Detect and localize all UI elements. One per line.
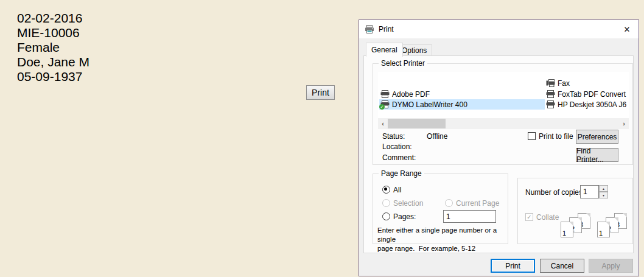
- printer-icon: [546, 100, 555, 108]
- printer-name: DYMO LabelWriter 400: [392, 100, 467, 109]
- radio-pages-label: Pages:: [393, 212, 416, 221]
- copies-input[interactable]: [580, 185, 599, 198]
- copies-group: Number of copies: ▲ ▼ ✓ Collate 3 2 1 3 …: [517, 178, 633, 244]
- radio-current-page: [445, 199, 453, 207]
- collate-page-number: 1: [562, 230, 566, 237]
- page-range-group: Page Range All Selection Current Page Pa…: [373, 174, 508, 244]
- printer-item-adobe-pdf[interactable]: Adobe PDF: [379, 89, 545, 99]
- spin-up-icon[interactable]: ▲: [599, 185, 608, 192]
- print-to-file-checkbox[interactable]: [528, 132, 536, 140]
- dialog-apply-button: Apply: [589, 259, 633, 273]
- printer-list: Fax Adobe PDF: [378, 72, 629, 129]
- collate-page-number: 1: [599, 230, 603, 237]
- comment-label: Comment:: [382, 153, 416, 162]
- location-label: Location:: [382, 142, 412, 151]
- radio-all-label: All: [393, 186, 401, 194]
- printer-name: Fax: [558, 79, 570, 88]
- collate-label: Collate: [536, 213, 559, 222]
- print-to-file-label: Print to file: [539, 132, 573, 141]
- printer-list-hscrollbar[interactable]: ‹ ›: [378, 118, 629, 129]
- close-icon[interactable]: ✕: [622, 24, 632, 34]
- patient-dob: 05-09-1937: [17, 69, 89, 84]
- patient-info-block: 02-02-2016 MIE-10006 Female Doe, Jane M …: [17, 11, 89, 84]
- scrollbar-thumb[interactable]: [388, 119, 446, 128]
- select-printer-legend: Select Printer: [379, 59, 427, 68]
- printer-item-fax[interactable]: Fax: [545, 78, 629, 88]
- page-range-hint: Enter either a single page number or a s…: [377, 226, 509, 253]
- spin-down-icon[interactable]: ▼: [599, 192, 608, 198]
- find-printer-button[interactable]: Find Printer...: [576, 148, 618, 162]
- radio-pages[interactable]: [382, 212, 390, 220]
- fax-icon: [546, 79, 555, 87]
- printer-icon: [380, 90, 390, 98]
- page-range-legend: Page Range: [379, 169, 424, 178]
- number-of-copies-label: Number of copies:: [525, 188, 584, 197]
- printer-icon: [546, 90, 555, 98]
- default-printer-badge-icon: ✓: [379, 104, 385, 110]
- copies-spinner: ▲ ▼: [580, 185, 608, 198]
- page-print-button[interactable]: Print: [306, 85, 335, 100]
- tab-page-general: Select Printer Fax: [363, 55, 634, 253]
- dialog-cancel-button[interactable]: Cancel: [540, 259, 584, 273]
- pages-input[interactable]: [443, 210, 496, 223]
- printer-name: HP Deskjet 3050A J6: [558, 100, 626, 109]
- printer-name: FoxTab PDF Convert: [558, 90, 626, 99]
- collate-icon: 3 2 1: [597, 213, 629, 239]
- printer-icon: [365, 24, 374, 34]
- tab-general[interactable]: General: [366, 43, 403, 57]
- radio-selection: [382, 199, 390, 207]
- collate-checkbox: ✓: [525, 213, 533, 221]
- dialog-title: Print: [379, 25, 394, 33]
- printer-item-hp-deskjet[interactable]: HP Deskjet 3050A J6: [545, 99, 629, 110]
- radio-selection-label: Selection: [393, 199, 423, 208]
- spin-buttons: ▲ ▼: [599, 185, 608, 198]
- print-dialog: Print ✕ General Options Select Printer: [359, 19, 639, 276]
- status-label: Status:: [382, 132, 405, 141]
- radio-current-page-label: Current Page: [456, 199, 499, 208]
- scroll-right-icon[interactable]: ›: [619, 118, 629, 129]
- dialog-print-button[interactable]: Print: [491, 259, 535, 273]
- patient-name: Doe, Jane M: [17, 55, 89, 69]
- radio-all[interactable]: [382, 186, 390, 194]
- printer-name: Adobe PDF: [392, 90, 430, 99]
- scroll-left-icon[interactable]: ‹: [378, 118, 388, 129]
- patient-id: MIE-10006: [17, 26, 89, 40]
- select-printer-group: Select Printer Fax: [373, 63, 633, 165]
- patient-date: 02-02-2016: [17, 11, 89, 26]
- patient-sex: Female: [17, 40, 89, 55]
- dialog-titlebar: Print ✕: [359, 20, 639, 38]
- printer-item-foxtab[interactable]: FoxTab PDF Convert: [545, 89, 629, 99]
- preferences-button[interactable]: Preferences: [576, 130, 618, 144]
- printer-icon: ✓: [380, 100, 390, 108]
- status-value: Offline: [427, 132, 447, 141]
- printer-item-dymo-selected[interactable]: ✓ DYMO LabelWriter 400: [379, 99, 545, 110]
- collate-icon: 3 2 1: [561, 213, 592, 239]
